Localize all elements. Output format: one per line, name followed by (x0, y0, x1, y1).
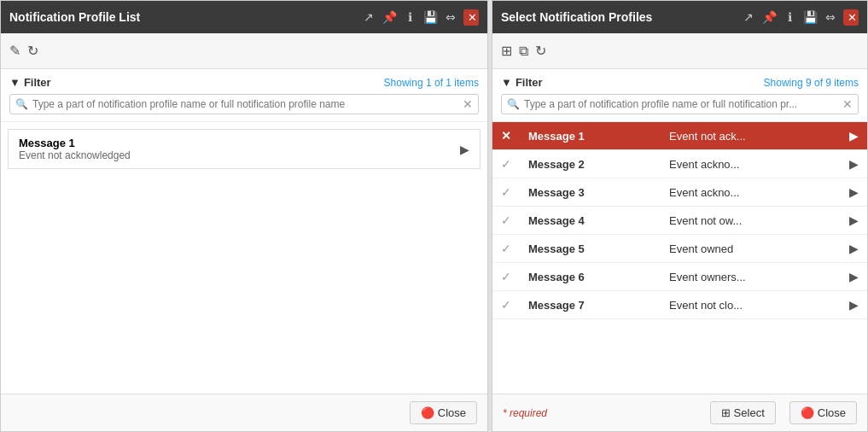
right-footer-buttons: ⊞ Select 🔴 Close (710, 401, 857, 424)
check-cell: ✓ (492, 150, 520, 178)
right-close-btn-icon: 🔴 (801, 406, 814, 419)
row-arrow-icon: ▶ (849, 157, 859, 171)
left-panel-title: Notification Profile List (9, 10, 140, 24)
row-event: Event not ack... (661, 122, 841, 150)
right-save-icon[interactable]: 💾 (802, 10, 818, 24)
row-event: Event ackno... (661, 150, 841, 178)
right-clear-button[interactable]: ✕ (842, 97, 853, 111)
pin-icon[interactable]: 📌 (382, 10, 397, 24)
right-window-icon[interactable]: ⊞ (501, 43, 512, 59)
right-panel-content: ✕Message 1Event not ack...▶✓Message 2Eve… (492, 122, 867, 394)
filter-funnel-icon: ▼ (9, 76, 20, 89)
table-row[interactable]: ✓Message 2Event ackno...▶ (492, 150, 867, 178)
right-filter-section: ▼ Filter Showing 9 of 9 items 🔍 ✕ (492, 69, 867, 122)
right-panel: Select Notification Profiles ↗ 📌 ℹ 💾 ⇔ ✕… (492, 0, 868, 432)
row-arrow-cell: ▶ (841, 150, 867, 178)
external-link-icon[interactable]: ↗ (361, 10, 376, 24)
required-label: * required (503, 407, 547, 419)
row-arrow-icon: ▶ (849, 213, 859, 227)
left-close-icon[interactable]: ✕ (463, 9, 479, 26)
right-pin-icon[interactable]: 📌 (761, 10, 777, 24)
refresh-icon[interactable]: ↻ (27, 43, 38, 59)
right-search-icon: 🔍 (507, 98, 520, 110)
row-check-icon: ✓ (501, 298, 511, 312)
x-cell: ✕ (492, 122, 520, 150)
right-toolbar: ⊞ ⧉ ↻ (492, 33, 867, 69)
right-external-link-icon[interactable]: ↗ (741, 10, 756, 24)
check-cell: ✓ (492, 207, 520, 235)
left-clear-button[interactable]: ✕ (463, 97, 473, 111)
row-check-icon: ✓ (501, 157, 511, 171)
table-row[interactable]: ✓Message 5Event owned▶ (492, 235, 867, 263)
row-name: Message 5 (520, 235, 661, 263)
left-filter-label: ▼ Filter (9, 76, 51, 89)
check-cell: ✓ (492, 235, 520, 263)
row-check-icon: ✓ (501, 185, 511, 199)
row-arrow-cell: ▶ (841, 235, 867, 263)
row-arrow-cell: ▶ (841, 263, 867, 291)
left-close-button[interactable]: 🔴 Close (410, 401, 477, 424)
table-row[interactable]: ✓Message 4Event not ow...▶ (492, 207, 867, 235)
right-filter-label: ▼ Filter (501, 76, 543, 89)
resize-icon[interactable]: ⇔ (443, 10, 458, 24)
row-name: Message 2 (520, 150, 661, 178)
right-close-button[interactable]: 🔴 Close (789, 401, 857, 424)
row-name: Message 3 (520, 178, 661, 207)
right-panel-header: Select Notification Profiles ↗ 📌 ℹ 💾 ⇔ ✕ (492, 1, 867, 33)
row-event: Event owned (661, 235, 841, 263)
info-icon[interactable]: ℹ (402, 10, 417, 24)
right-copy-icon[interactable]: ⧉ (519, 44, 528, 59)
list-item-arrow-icon: ▶ (460, 143, 469, 156)
right-close-icon[interactable]: ✕ (843, 9, 859, 26)
save-icon[interactable]: 💾 (422, 10, 438, 24)
list-item-name: Message 1 (19, 137, 131, 149)
notification-table: ✕Message 1Event not ack...▶✓Message 2Eve… (492, 122, 867, 319)
list-item[interactable]: Message 1 Event not acknowledged ▶ (8, 129, 481, 169)
left-toolbar: ✎ ↻ (1, 33, 487, 69)
row-arrow-cell: ▶ (841, 122, 867, 150)
right-info-icon[interactable]: ℹ (782, 10, 797, 24)
left-showing-count: Showing 1 of 1 items (384, 77, 479, 89)
left-search-icon: 🔍 (15, 98, 28, 110)
left-footer: 🔴 Close (1, 394, 487, 431)
left-header-icons: ↗ 📌 ℹ 💾 ⇔ ✕ (361, 9, 479, 26)
right-search-row: 🔍 ✕ (501, 94, 859, 114)
list-item-status: Event not acknowledged (19, 149, 131, 161)
right-resize-icon[interactable]: ⇔ (823, 10, 838, 24)
table-row[interactable]: ✕Message 1Event not ack...▶ (492, 122, 867, 150)
row-arrow-icon: ▶ (849, 185, 859, 199)
row-event: Event not ow... (661, 207, 841, 235)
check-cell: ✓ (492, 291, 520, 319)
row-name: Message 4 (520, 207, 661, 235)
right-filter-funnel-icon: ▼ (501, 76, 512, 89)
row-arrow-icon: ▶ (849, 129, 859, 143)
table-row[interactable]: ✓Message 7Event not clo...▶ (492, 291, 867, 319)
table-row[interactable]: ✓Message 3Event ackno...▶ (492, 178, 867, 207)
right-panel-title: Select Notification Profiles (501, 10, 652, 24)
left-panel: Notification Profile List ↗ 📌 ℹ 💾 ⇔ ✕ ✎ … (0, 0, 488, 432)
left-list-area: Message 1 Event not acknowledged ▶ (1, 122, 487, 394)
select-btn-icon: ⊞ (721, 406, 731, 419)
left-search-input[interactable] (32, 98, 459, 110)
row-arrow-icon: ▶ (849, 242, 859, 255)
right-refresh-icon[interactable]: ↻ (535, 43, 546, 59)
edit-icon[interactable]: ✎ (9, 43, 20, 59)
table-row[interactable]: ✓Message 6Event owners...▶ (492, 263, 867, 291)
right-footer: * required ⊞ Select 🔴 Close (492, 394, 867, 431)
row-name: Message 6 (520, 263, 661, 291)
left-filter-section: ▼ Filter Showing 1 of 1 items 🔍 ✕ (1, 69, 487, 122)
left-filter-header: ▼ Filter Showing 1 of 1 items (9, 76, 479, 89)
row-arrow-icon: ▶ (849, 270, 859, 283)
row-check-icon: ✓ (501, 213, 511, 227)
notification-table-scroll[interactable]: ✕Message 1Event not ack...▶✓Message 2Eve… (492, 122, 867, 394)
row-name: Message 1 (520, 122, 661, 150)
left-search-row: 🔍 ✕ (9, 94, 479, 114)
row-arrow-cell: ▶ (841, 291, 867, 319)
right-search-input[interactable] (524, 98, 839, 110)
select-button[interactable]: ⊞ Select (710, 401, 776, 424)
row-event: Event not clo... (661, 291, 841, 319)
right-showing-count: Showing 9 of 9 items (764, 77, 859, 89)
row-arrow-icon: ▶ (849, 298, 859, 312)
check-cell: ✓ (492, 178, 520, 207)
left-panel-header: Notification Profile List ↗ 📌 ℹ 💾 ⇔ ✕ (1, 1, 487, 33)
